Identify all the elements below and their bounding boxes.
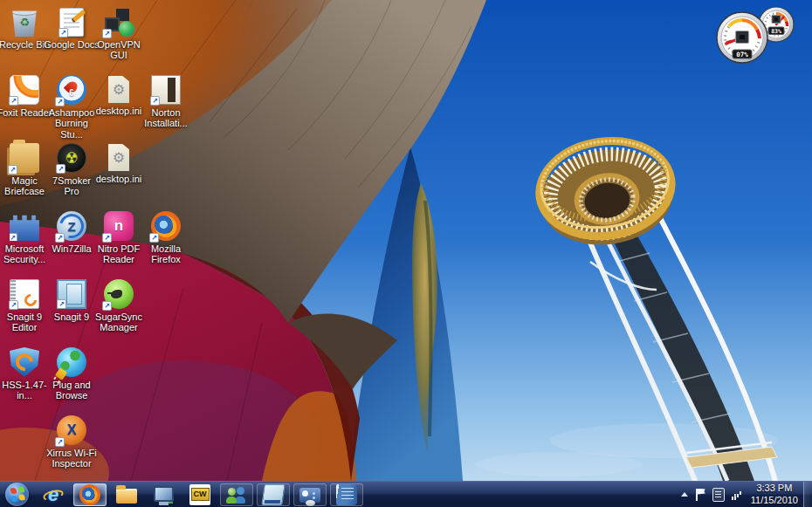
shortcut-arrow-icon: [102, 301, 112, 311]
shortcut-arrow-icon: [150, 96, 160, 106]
norton-icon: [151, 75, 181, 105]
desktop-icon-ashampoo-burning-studio[interactable]: 6Ashampoo Burning Stu...: [47, 75, 96, 140]
desktop-icon-label: SugarSync Manager: [91, 312, 147, 333]
cpu-gauge[interactable]: 07%: [717, 12, 767, 63]
desktop-icon-magic-briefcase[interactable]: Magic Briefcase: [0, 143, 49, 197]
recycle-icon: [10, 7, 39, 37]
ie-letter: e: [48, 483, 58, 506]
taskbar-windows-explorer[interactable]: [110, 483, 143, 506]
ini-icon: [108, 144, 129, 171]
shortcut-arrow-icon: [102, 233, 112, 243]
desktop-icon-label: Xirrus Wi-Fi Inspector: [44, 448, 100, 469]
taskbar-commview[interactable]: CW: [183, 483, 217, 506]
desktop-icon-label: OpenVPN GUI: [91, 39, 147, 61]
desktop-icon-recycle-bin[interactable]: Recycle Bin: [0, 7, 49, 50]
xirrus-icon: X: [57, 415, 86, 445]
plug-icon: [57, 347, 86, 377]
desktop-icon-label: desktop.ini: [91, 174, 147, 184]
openvpn-icon: [104, 7, 134, 37]
radiation-icon: [57, 143, 86, 173]
desktop-icon-hss-installer[interactable]: HSS-1.47-in...: [0, 347, 49, 401]
taskbar-clock[interactable]: 3:33 PM 11/15/2010: [751, 483, 798, 507]
taskbar-messenger[interactable]: [220, 483, 253, 506]
taskbar-remote-computer[interactable]: [147, 483, 180, 506]
desktop-icon-label: Plug and Browse: [44, 380, 100, 401]
desktop-icon-openvpn-gui[interactable]: OpenVPN GUI: [94, 7, 143, 61]
ram-usage-value: 83%: [771, 28, 781, 35]
docs-icon: [59, 8, 84, 37]
taskbar-firefox-icon: [79, 484, 100, 505]
shortcut-arrow-icon: [9, 300, 18, 310]
desktop-icon-desktop-ini-2[interactable]: desktop.ini: [94, 143, 143, 184]
shortcut-arrow-icon: [56, 164, 65, 174]
taskbar-journal[interactable]: [330, 483, 363, 506]
snagit-icon: [57, 279, 86, 309]
desktop-icon-plug-and-browse[interactable]: Plug and Browse: [47, 347, 96, 401]
shortcut-arrow-icon: [149, 233, 159, 243]
shortcut-arrow-icon: [55, 437, 65, 447]
taskbar-messenger-icon: [226, 484, 247, 505]
desktop-icon-label: Mozilla Firefox: [138, 243, 194, 265]
zilla-icon: Z: [57, 211, 86, 241]
taskbar-firefox[interactable]: [73, 483, 107, 506]
taskbar-journal-icon: [336, 484, 357, 505]
sugar-icon: [104, 279, 134, 309]
shortcut-arrow-icon: [55, 97, 65, 106]
desktop-icon-label: Norton Installati...: [138, 107, 194, 129]
shield-icon: [10, 347, 39, 377]
desktop-icon-foxit-reader[interactable]: Foxit Reader: [0, 75, 49, 118]
desktop-icon-desktop-ini-1[interactable]: desktop.ini: [94, 75, 143, 116]
taskbar-internet-explorer-icon: e: [43, 484, 64, 505]
ashampoo-icon: 6: [57, 75, 86, 105]
briefcase-icon: [10, 143, 39, 173]
taskbar-remote-computer-icon: [153, 484, 174, 505]
taskbar-internet-explorer[interactable]: e: [37, 483, 70, 506]
desktop: Recycle BinGoogle DocsOpenVPN GUIFoxit R…: [0, 0, 812, 481]
desktop-icon-norton-installation[interactable]: Norton Installati...: [141, 75, 190, 129]
show-desktop-button[interactable]: [803, 482, 812, 507]
clock-time: 3:33 PM: [751, 483, 798, 495]
taskbar-control-panel[interactable]: [293, 483, 327, 506]
desktop-icon-snagit-9[interactable]: Snagit 9: [47, 279, 96, 322]
desktop-icon-win7zilla[interactable]: ZWin7Zilla: [47, 211, 96, 254]
desktop-icon-snagit-9-editor[interactable]: Snagit 9 Editor: [0, 279, 49, 333]
cpu-usage-value: 07%: [736, 51, 748, 58]
desktop-icon-sugarsync-manager[interactable]: SugarSync Manager: [94, 279, 143, 333]
commview-label: CW: [191, 488, 210, 501]
network-signal-icon[interactable]: [732, 489, 744, 500]
shortcut-arrow-icon: [9, 96, 18, 106]
shortcut-arrow-icon: [58, 28, 68, 38]
desktop-icon-7smoker-pro[interactable]: 7Smoker Pro: [47, 143, 96, 197]
shortcut-arrow-icon: [57, 299, 66, 309]
taskbar-notepad-icon: [261, 484, 285, 505]
desktop-icon-nitro-pdf-reader[interactable]: nNitro PDF Reader: [94, 211, 143, 265]
ini-icon: [108, 76, 129, 103]
snagedit-icon: [10, 279, 39, 309]
shortcut-arrow-icon: [8, 165, 17, 175]
show-hidden-icons-button[interactable]: [681, 492, 688, 497]
taskbar-notepad[interactable]: [257, 483, 290, 506]
taskbar: eCW 3:33 PM 11/15/2010: [0, 481, 812, 507]
shortcut-arrow-icon: [8, 233, 17, 243]
taskbar-control-panel-icon: [299, 488, 320, 503]
desktop-icon-microsoft-security[interactable]: Microsoft Security...: [0, 211, 49, 265]
firefox-icon: [151, 211, 181, 241]
nitro-icon: n: [104, 211, 134, 241]
tray-notes-icon[interactable]: [712, 488, 725, 502]
clock-date: 11/15/2010: [751, 495, 798, 507]
start-button[interactable]: [5, 483, 29, 506]
shortcut-arrow-icon: [102, 29, 112, 38]
taskbar-buttons: eCW: [0, 482, 365, 507]
cpu-meter-gadget[interactable]: 83% 07%: [701, 0, 808, 75]
castle-icon: [10, 211, 39, 241]
system-tray: 3:33 PM 11/15/2010: [678, 482, 812, 507]
action-center-icon[interactable]: [695, 489, 705, 501]
shortcut-arrow-icon: [55, 233, 65, 243]
taskbar-commview-icon: CW: [189, 484, 210, 505]
desktop-icon-google-docs[interactable]: Google Docs: [47, 7, 96, 50]
taskbar-windows-explorer-icon: [116, 489, 137, 504]
desktop-icon-xirrus-wifi-inspector[interactable]: XXirrus Wi-Fi Inspector: [47, 415, 96, 469]
desktop-icon-mozilla-firefox[interactable]: Mozilla Firefox: [141, 211, 190, 265]
foxit-icon: [10, 75, 39, 105]
